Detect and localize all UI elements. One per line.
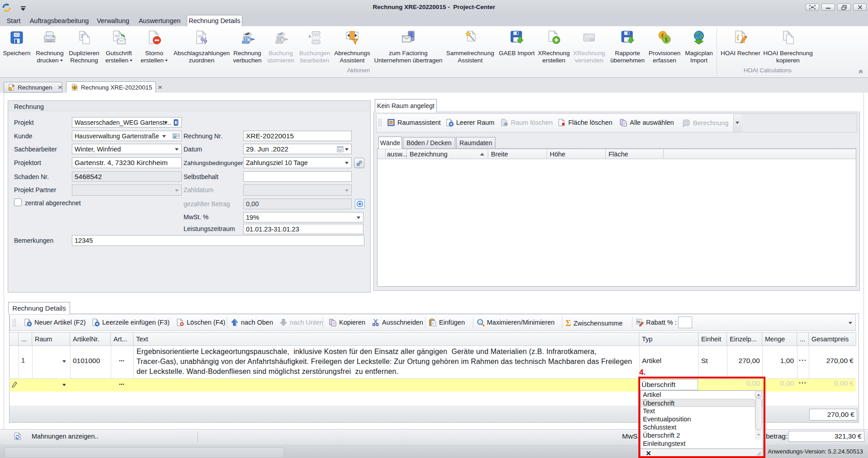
svg-text:%: % <box>637 320 641 324</box>
svg-text:€: € <box>74 86 76 90</box>
svg-text:%: % <box>200 36 207 45</box>
